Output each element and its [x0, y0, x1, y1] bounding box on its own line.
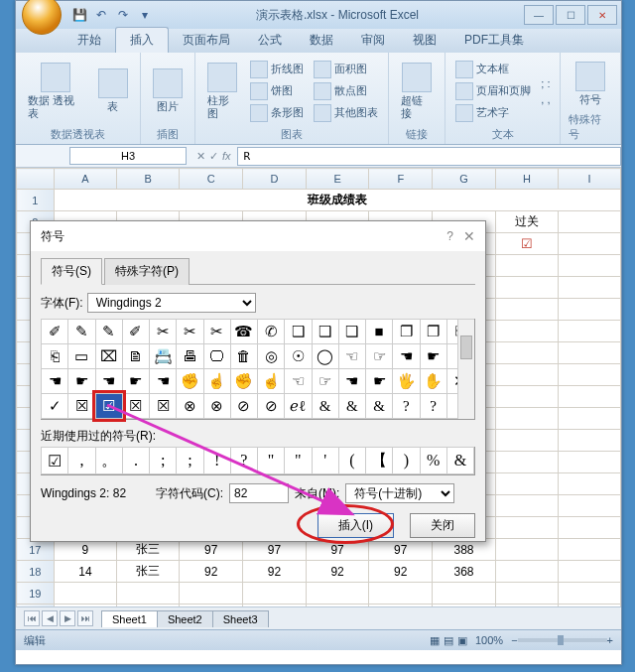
symbol-cell[interactable]: ❐ [392, 319, 420, 344]
cell[interactable] [559, 583, 621, 605]
column-header[interactable]: H [495, 169, 558, 190]
zoom-in-icon[interactable]: + [607, 634, 613, 646]
cell[interactable] [243, 605, 307, 607]
cell[interactable] [559, 408, 621, 430]
column-header[interactable] [17, 169, 55, 190]
symbol-cell[interactable]: ☑ [95, 393, 123, 419]
cell[interactable] [495, 430, 558, 452]
cell[interactable] [495, 255, 558, 277]
pivot-table-button[interactable]: 数据 透视表 [24, 61, 88, 120]
recent-symbol-cell[interactable]: ? [230, 447, 258, 474]
cancel-formula-icon[interactable]: ✕ [196, 150, 205, 163]
cell[interactable] [495, 539, 558, 561]
symbol-cell[interactable]: ✎ [95, 319, 123, 344]
cell[interactable] [495, 321, 558, 342]
insert-button[interactable]: 插入(I) [318, 513, 394, 538]
zoom-slider[interactable] [518, 638, 607, 642]
chart-type-button[interactable]: 折线图 [248, 60, 306, 79]
symbol-cell[interactable]: ☝ [203, 368, 231, 394]
redo-icon[interactable]: ↷ [115, 7, 131, 23]
cell[interactable] [243, 583, 307, 605]
recent-symbol-cell[interactable]: ! [203, 447, 231, 474]
font-select[interactable]: Wingdings 2 [87, 293, 256, 313]
chart-type-button[interactable]: 其他图表 [312, 103, 380, 123]
cell[interactable] [559, 321, 621, 342]
symbol-cell[interactable]: ✆ [257, 319, 285, 344]
text-item-button[interactable]: 文本框 [453, 60, 533, 79]
cell[interactable] [369, 583, 433, 605]
cell[interactable] [559, 452, 621, 473]
symbol-cell[interactable]: ☉ [284, 343, 312, 369]
symbol-cell[interactable]: 🖐 [392, 368, 420, 394]
cell[interactable] [369, 605, 433, 607]
dialog-close-icon[interactable]: ✕ [463, 228, 475, 244]
char-code-input[interactable] [229, 483, 289, 503]
recent-symbol-cell[interactable]: , [67, 447, 95, 474]
symbol-cell[interactable]: ◯ [312, 343, 339, 369]
cell[interactable] [117, 583, 180, 605]
symbol-cell[interactable]: ⊗ [203, 393, 231, 419]
text-item-button[interactable]: 页眉和页脚 [453, 81, 533, 101]
symbol-cell[interactable]: ✓ [41, 393, 68, 419]
close-button[interactable]: ✕ [587, 5, 617, 25]
ribbon-tab-7[interactable]: PDF工具集 [450, 28, 538, 53]
symbol-cell[interactable]: ✂ [149, 319, 177, 344]
recent-symbol-cell[interactable]: & [446, 447, 474, 474]
minimize-button[interactable]: — [524, 5, 554, 25]
ribbon-tab-4[interactable]: 数据 [296, 28, 347, 53]
chart-type-button[interactable]: 面积图 [312, 60, 380, 79]
cell[interactable]: 92 [180, 561, 243, 583]
ribbon-tab-0[interactable]: 开始 [64, 28, 115, 53]
column-header[interactable]: C [180, 169, 243, 190]
close-button[interactable]: 关闭 [410, 513, 475, 538]
save-icon[interactable]: 💾 [71, 7, 87, 23]
symbol-cell[interactable]: ? [420, 393, 447, 419]
cell[interactable] [559, 277, 621, 299]
symbol-cell[interactable]: ⌧ [95, 343, 123, 369]
recent-symbol-cell[interactable]: ; [149, 447, 177, 474]
symbol-cell[interactable]: ☛ [420, 343, 447, 369]
cell[interactable]: 92 [243, 561, 307, 583]
symbol-cell[interactable]: ? [392, 393, 420, 419]
row-header[interactable]: 20 [17, 605, 55, 607]
chart-type-button[interactable]: 饼图 [248, 81, 306, 101]
row-header[interactable]: 1 [17, 190, 55, 211]
symbol-cell[interactable]: ■ [365, 319, 393, 344]
column-header[interactable]: D [243, 169, 307, 190]
symbol-cell[interactable]: ✐ [41, 319, 68, 344]
recent-symbol-cell[interactable]: ' [312, 447, 339, 474]
cell[interactable] [495, 495, 558, 517]
symbol-cell[interactable]: ☎ [230, 319, 258, 344]
recent-symbol-cell[interactable]: ; [176, 447, 203, 474]
view-normal-icon[interactable]: ▦ [430, 634, 440, 647]
symbol-cell[interactable]: 🗑 [230, 343, 258, 369]
cell[interactable] [495, 386, 558, 408]
cell[interactable] [559, 517, 621, 539]
recent-symbol-cell[interactable]: 。 [95, 447, 123, 474]
table-button[interactable]: 表 [94, 67, 132, 114]
accept-formula-icon[interactable]: ✓ [209, 150, 218, 163]
recent-symbol-cell[interactable]: ) [392, 447, 420, 474]
recent-symbol-cell[interactable]: 【 [365, 447, 393, 474]
cell[interactable]: 过关 [495, 211, 558, 233]
cell[interactable] [559, 539, 621, 561]
sheet-tab[interactable]: Sheet3 [212, 610, 269, 627]
cell[interactable] [54, 605, 116, 607]
cell[interactable] [495, 517, 558, 539]
symbol-cell[interactable]: ☚ [392, 343, 420, 369]
cell[interactable] [495, 342, 558, 364]
symbol-cell[interactable]: ☛ [122, 368, 150, 394]
chart-type-button[interactable]: 条形图 [248, 103, 306, 123]
symbol-cell[interactable]: ✐ [122, 319, 150, 344]
symbol-button[interactable]: 符号 [572, 60, 609, 107]
recent-symbols-grid[interactable]: ☑,。.;;!?""'(【)%& [41, 447, 475, 475]
cell[interactable] [495, 452, 558, 473]
view-pagebreak-icon[interactable]: ▣ [457, 634, 467, 647]
ribbon-tab-1[interactable]: 插入 [115, 27, 169, 53]
title-cell[interactable]: 班级成绩表 [54, 190, 620, 211]
cell[interactable] [180, 583, 243, 605]
tab-special-chars[interactable]: 特殊字符(P) [104, 258, 190, 285]
from-select[interactable]: 符号(十进制) [345, 483, 454, 503]
ribbon-tab-5[interactable]: 审阅 [347, 28, 399, 53]
cell[interactable] [306, 583, 369, 605]
